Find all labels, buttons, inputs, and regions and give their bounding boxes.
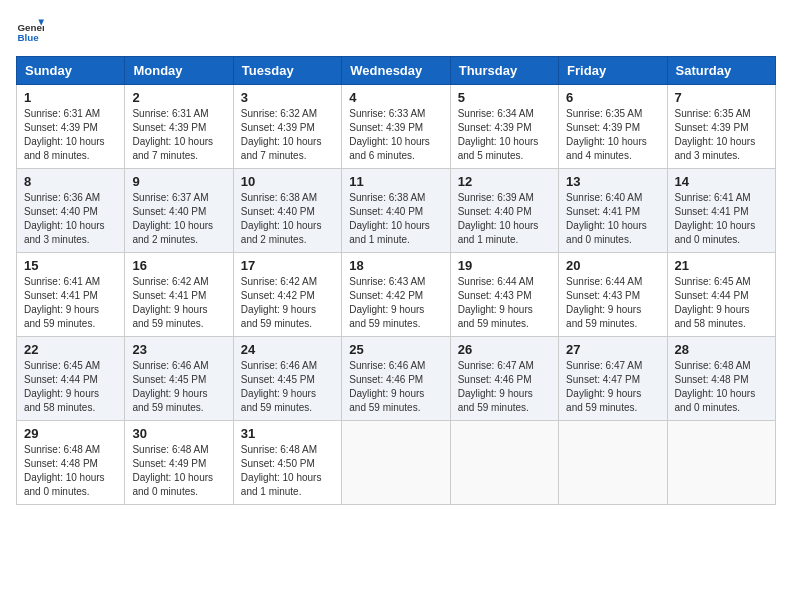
day-info: Sunrise: 6:47 AM Sunset: 4:47 PM Dayligh… [566, 359, 659, 415]
day-info: Sunrise: 6:39 AM Sunset: 4:40 PM Dayligh… [458, 191, 551, 247]
calendar-cell: 13 Sunrise: 6:40 AM Sunset: 4:41 PM Dayl… [559, 169, 667, 253]
calendar-cell: 30 Sunrise: 6:48 AM Sunset: 4:49 PM Dayl… [125, 421, 233, 505]
day-number: 20 [566, 258, 659, 273]
day-info: Sunrise: 6:33 AM Sunset: 4:39 PM Dayligh… [349, 107, 442, 163]
day-number: 2 [132, 90, 225, 105]
calendar-cell: 5 Sunrise: 6:34 AM Sunset: 4:39 PM Dayli… [450, 85, 558, 169]
calendar-cell [450, 421, 558, 505]
day-number: 30 [132, 426, 225, 441]
day-number: 17 [241, 258, 334, 273]
day-header-thursday: Thursday [450, 57, 558, 85]
day-info: Sunrise: 6:42 AM Sunset: 4:42 PM Dayligh… [241, 275, 334, 331]
day-number: 4 [349, 90, 442, 105]
calendar-cell: 8 Sunrise: 6:36 AM Sunset: 4:40 PM Dayli… [17, 169, 125, 253]
day-info: Sunrise: 6:36 AM Sunset: 4:40 PM Dayligh… [24, 191, 117, 247]
calendar-cell: 1 Sunrise: 6:31 AM Sunset: 4:39 PM Dayli… [17, 85, 125, 169]
day-number: 5 [458, 90, 551, 105]
day-info: Sunrise: 6:40 AM Sunset: 4:41 PM Dayligh… [566, 191, 659, 247]
day-info: Sunrise: 6:38 AM Sunset: 4:40 PM Dayligh… [349, 191, 442, 247]
day-number: 10 [241, 174, 334, 189]
day-number: 6 [566, 90, 659, 105]
day-info: Sunrise: 6:46 AM Sunset: 4:45 PM Dayligh… [132, 359, 225, 415]
logo-icon: General Blue [16, 16, 44, 44]
day-header-wednesday: Wednesday [342, 57, 450, 85]
day-number: 3 [241, 90, 334, 105]
day-info: Sunrise: 6:31 AM Sunset: 4:39 PM Dayligh… [132, 107, 225, 163]
calendar-cell: 11 Sunrise: 6:38 AM Sunset: 4:40 PM Dayl… [342, 169, 450, 253]
calendar-cell: 31 Sunrise: 6:48 AM Sunset: 4:50 PM Dayl… [233, 421, 341, 505]
calendar-cell: 29 Sunrise: 6:48 AM Sunset: 4:48 PM Dayl… [17, 421, 125, 505]
calendar-cell: 12 Sunrise: 6:39 AM Sunset: 4:40 PM Dayl… [450, 169, 558, 253]
day-number: 19 [458, 258, 551, 273]
day-number: 27 [566, 342, 659, 357]
calendar-cell: 17 Sunrise: 6:42 AM Sunset: 4:42 PM Dayl… [233, 253, 341, 337]
day-info: Sunrise: 6:45 AM Sunset: 4:44 PM Dayligh… [24, 359, 117, 415]
calendar-table: SundayMondayTuesdayWednesdayThursdayFrid… [16, 56, 776, 505]
day-info: Sunrise: 6:38 AM Sunset: 4:40 PM Dayligh… [241, 191, 334, 247]
day-info: Sunrise: 6:42 AM Sunset: 4:41 PM Dayligh… [132, 275, 225, 331]
day-number: 12 [458, 174, 551, 189]
day-info: Sunrise: 6:45 AM Sunset: 4:44 PM Dayligh… [675, 275, 768, 331]
calendar-cell: 23 Sunrise: 6:46 AM Sunset: 4:45 PM Dayl… [125, 337, 233, 421]
calendar-cell: 26 Sunrise: 6:47 AM Sunset: 4:46 PM Dayl… [450, 337, 558, 421]
calendar-cell [342, 421, 450, 505]
day-number: 22 [24, 342, 117, 357]
day-info: Sunrise: 6:41 AM Sunset: 4:41 PM Dayligh… [24, 275, 117, 331]
calendar-cell: 10 Sunrise: 6:38 AM Sunset: 4:40 PM Dayl… [233, 169, 341, 253]
day-number: 11 [349, 174, 442, 189]
day-header-sunday: Sunday [17, 57, 125, 85]
day-info: Sunrise: 6:41 AM Sunset: 4:41 PM Dayligh… [675, 191, 768, 247]
day-info: Sunrise: 6:48 AM Sunset: 4:48 PM Dayligh… [675, 359, 768, 415]
calendar-cell: 15 Sunrise: 6:41 AM Sunset: 4:41 PM Dayl… [17, 253, 125, 337]
calendar-cell: 20 Sunrise: 6:44 AM Sunset: 4:43 PM Dayl… [559, 253, 667, 337]
day-number: 8 [24, 174, 117, 189]
calendar-cell: 6 Sunrise: 6:35 AM Sunset: 4:39 PM Dayli… [559, 85, 667, 169]
day-number: 24 [241, 342, 334, 357]
day-number: 29 [24, 426, 117, 441]
day-number: 7 [675, 90, 768, 105]
calendar-cell: 19 Sunrise: 6:44 AM Sunset: 4:43 PM Dayl… [450, 253, 558, 337]
svg-text:Blue: Blue [17, 32, 39, 43]
day-number: 13 [566, 174, 659, 189]
day-info: Sunrise: 6:32 AM Sunset: 4:39 PM Dayligh… [241, 107, 334, 163]
day-header-friday: Friday [559, 57, 667, 85]
day-info: Sunrise: 6:43 AM Sunset: 4:42 PM Dayligh… [349, 275, 442, 331]
day-info: Sunrise: 6:35 AM Sunset: 4:39 PM Dayligh… [566, 107, 659, 163]
day-number: 9 [132, 174, 225, 189]
day-number: 26 [458, 342, 551, 357]
day-info: Sunrise: 6:48 AM Sunset: 4:49 PM Dayligh… [132, 443, 225, 499]
calendar-cell: 27 Sunrise: 6:47 AM Sunset: 4:47 PM Dayl… [559, 337, 667, 421]
day-info: Sunrise: 6:35 AM Sunset: 4:39 PM Dayligh… [675, 107, 768, 163]
day-number: 23 [132, 342, 225, 357]
calendar-cell: 16 Sunrise: 6:42 AM Sunset: 4:41 PM Dayl… [125, 253, 233, 337]
calendar-cell: 24 Sunrise: 6:46 AM Sunset: 4:45 PM Dayl… [233, 337, 341, 421]
day-info: Sunrise: 6:48 AM Sunset: 4:50 PM Dayligh… [241, 443, 334, 499]
day-info: Sunrise: 6:34 AM Sunset: 4:39 PM Dayligh… [458, 107, 551, 163]
day-number: 28 [675, 342, 768, 357]
day-info: Sunrise: 6:37 AM Sunset: 4:40 PM Dayligh… [132, 191, 225, 247]
calendar-cell: 14 Sunrise: 6:41 AM Sunset: 4:41 PM Dayl… [667, 169, 775, 253]
calendar-cell: 22 Sunrise: 6:45 AM Sunset: 4:44 PM Dayl… [17, 337, 125, 421]
day-info: Sunrise: 6:44 AM Sunset: 4:43 PM Dayligh… [566, 275, 659, 331]
day-number: 18 [349, 258, 442, 273]
day-number: 21 [675, 258, 768, 273]
day-number: 25 [349, 342, 442, 357]
calendar-cell: 9 Sunrise: 6:37 AM Sunset: 4:40 PM Dayli… [125, 169, 233, 253]
calendar-cell [559, 421, 667, 505]
day-info: Sunrise: 6:44 AM Sunset: 4:43 PM Dayligh… [458, 275, 551, 331]
day-info: Sunrise: 6:48 AM Sunset: 4:48 PM Dayligh… [24, 443, 117, 499]
day-number: 16 [132, 258, 225, 273]
calendar-cell: 25 Sunrise: 6:46 AM Sunset: 4:46 PM Dayl… [342, 337, 450, 421]
day-number: 31 [241, 426, 334, 441]
calendar-cell [667, 421, 775, 505]
calendar-header-row: SundayMondayTuesdayWednesdayThursdayFrid… [17, 57, 776, 85]
day-header-monday: Monday [125, 57, 233, 85]
calendar-cell: 7 Sunrise: 6:35 AM Sunset: 4:39 PM Dayli… [667, 85, 775, 169]
day-info: Sunrise: 6:31 AM Sunset: 4:39 PM Dayligh… [24, 107, 117, 163]
day-header-saturday: Saturday [667, 57, 775, 85]
calendar-cell: 18 Sunrise: 6:43 AM Sunset: 4:42 PM Dayl… [342, 253, 450, 337]
calendar-cell: 21 Sunrise: 6:45 AM Sunset: 4:44 PM Dayl… [667, 253, 775, 337]
day-number: 15 [24, 258, 117, 273]
calendar-cell: 2 Sunrise: 6:31 AM Sunset: 4:39 PM Dayli… [125, 85, 233, 169]
page-header: General Blue [16, 16, 776, 44]
